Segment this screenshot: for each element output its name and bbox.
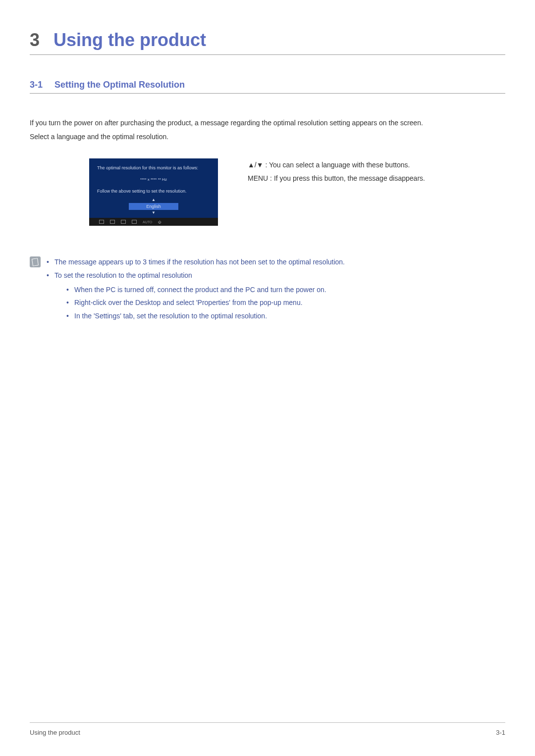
note-item: The message appears up to 3 times if the… [47, 255, 505, 269]
intro-line1: If you turn the power on after purchasin… [30, 119, 423, 127]
osd-btn-icon [99, 220, 104, 224]
osd-auto-label: AUTO [143, 220, 152, 224]
section-title: Setting the Optimal Resolution [54, 80, 185, 90]
note-subitem: In the 'Settings' tab, set the resolutio… [66, 309, 505, 323]
chapter-number: 3 [30, 30, 40, 50]
osd-screenshot: The optimal resolution for this monitor … [89, 158, 218, 226]
intro-line2: Select a language and the optimal resolu… [30, 133, 168, 141]
side-row-2: MENU : If you press this button, the mes… [248, 172, 505, 185]
note-item-text: To set the resolution to the optimal res… [54, 271, 192, 279]
arrow-down-icon: ▼ [97, 211, 210, 215]
osd-resolution: **** x **** ** Hz [97, 177, 210, 182]
footer-right: 3-1 [496, 729, 505, 736]
side-explanation: ▲/▼ : You can select a language with the… [248, 158, 505, 226]
note-sublist: When the PC is turned off, connect the p… [54, 283, 505, 323]
note-subitem: When the PC is turned off, connect the p… [66, 283, 505, 297]
side-row-1: ▲/▼ : You can select a language with the… [248, 158, 505, 172]
osd-message-2: Follow the above setting to set the reso… [97, 189, 210, 195]
intro-text: If you turn the power on after purchasin… [30, 116, 505, 144]
osd-btn-icon [121, 220, 126, 224]
section-number: 3-1 [30, 80, 43, 90]
section-heading: 3-1 Setting the Optimal Resolution [30, 80, 505, 94]
chapter-heading: 3 Using the product [30, 30, 505, 55]
osd-button-bar: AUTO ⏻ [89, 218, 218, 226]
page-footer: Using the product 3-1 [30, 722, 505, 736]
osd-btn-icon [110, 220, 115, 224]
arrow-up-icon: ▲ [97, 198, 210, 202]
note-item: To set the resolution to the optimal res… [47, 269, 505, 322]
note-block: The message appears up to 3 times if the… [30, 255, 505, 322]
osd-message-1: The optimal resolution for this monitor … [97, 165, 210, 171]
note-icon [30, 256, 41, 267]
osd-language-selection: English [129, 203, 178, 210]
note-subitem: Right-click over the Desktop and select … [66, 296, 505, 309]
footer-left: Using the product [30, 729, 80, 736]
chapter-title: Using the product [54, 30, 206, 50]
note-list: The message appears up to 3 times if the… [47, 255, 505, 322]
osd-dialog: The optimal resolution for this monitor … [89, 158, 218, 226]
content-row: The optimal resolution for this monitor … [30, 158, 505, 226]
osd-power-icon: ⏻ [158, 220, 161, 224]
osd-btn-icon [132, 220, 137, 224]
